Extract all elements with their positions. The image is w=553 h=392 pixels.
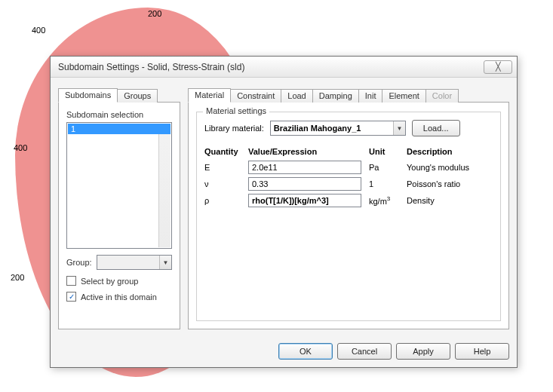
cell-quantity: ρ: [204, 192, 248, 209]
chevron-down-icon: ▼: [393, 121, 405, 135]
library-material-value: Brazilian Mahogany_1: [274, 124, 361, 133]
library-material-label: Library material:: [204, 124, 264, 133]
help-button[interactable]: Help: [455, 343, 509, 360]
tab-groups[interactable]: Groups: [117, 89, 158, 103]
cell-quantity: E: [204, 159, 248, 176]
button-label: OK: [300, 347, 312, 356]
checkbox-box: ✓: [66, 292, 76, 302]
tab-init[interactable]: Init: [358, 89, 383, 103]
button-label: Help: [474, 347, 491, 356]
left-tab-page: Subdomain selection 1 Group: ▼ Select by…: [58, 102, 180, 329]
material-properties-table: Quantity Value/Expression Unit Descripti…: [204, 145, 493, 209]
tab-subdomains[interactable]: Subdomains: [58, 88, 118, 103]
cell-unit: Pa: [369, 159, 407, 176]
group-label: Group:: [66, 258, 92, 267]
tab-element[interactable]: Element: [382, 89, 426, 103]
select-by-group-checkbox[interactable]: Select by group: [66, 276, 172, 286]
list-item[interactable]: 1: [68, 124, 171, 134]
axis-label: 200: [11, 273, 24, 282]
material-settings-group: Material settings Library material: Braz…: [196, 112, 501, 321]
value-input-nu[interactable]: [248, 177, 361, 191]
col-value: Value/Expression: [248, 145, 369, 159]
checkbox-box: [66, 276, 76, 286]
tab-load[interactable]: Load: [281, 89, 312, 103]
button-label: Apply: [413, 347, 434, 356]
subdomain-selection-label: Subdomain selection: [66, 110, 172, 119]
right-tabstrip: Material Constraint Load Damping Init El…: [188, 85, 509, 102]
close-icon: ╳: [496, 62, 501, 72]
cancel-button[interactable]: Cancel: [337, 343, 392, 360]
table-header-row: Quantity Value/Expression Unit Descripti…: [204, 145, 493, 159]
tab-constraint[interactable]: Constraint: [230, 89, 281, 103]
right-tab-page: Material settings Library material: Braz…: [188, 102, 509, 329]
close-button[interactable]: ╳: [484, 60, 512, 74]
axis-label: 400: [14, 143, 27, 152]
tab-material[interactable]: Material: [188, 88, 231, 103]
cell-desc: Density: [407, 192, 493, 209]
tab-color: Color: [426, 89, 459, 103]
cell-desc: Poisson's ratio: [407, 176, 493, 192]
left-panel: Subdomains Groups Subdomain selection 1 …: [58, 85, 180, 329]
table-row: ν 1 Poisson's ratio: [204, 176, 493, 192]
active-in-domain-checkbox[interactable]: ✓ Active in this domain: [66, 292, 172, 302]
value-input-E[interactable]: [248, 161, 361, 174]
col-quantity: Quantity: [204, 145, 248, 159]
axis-label: 400: [32, 26, 45, 35]
left-tabstrip: Subdomains Groups: [58, 85, 180, 102]
load-button[interactable]: Load...: [412, 120, 460, 136]
value-input-rho[interactable]: [248, 194, 361, 207]
table-row: ρ kg/m3 Density: [204, 192, 493, 209]
apply-button[interactable]: Apply: [396, 343, 450, 360]
cell-unit: kg/m3: [369, 192, 407, 209]
col-unit: Unit: [369, 145, 407, 159]
dialog-title: Subdomain Settings - Solid, Stress-Strai…: [58, 62, 244, 72]
table-row: E Pa Young's modulus: [204, 159, 493, 176]
button-label: Cancel: [352, 347, 377, 356]
subdomain-list[interactable]: 1: [66, 122, 172, 249]
cell-quantity: ν: [204, 176, 248, 192]
checkbox-label: Select by group: [81, 277, 138, 286]
titlebar[interactable]: Subdomain Settings - Solid, Stress-Strai…: [51, 57, 517, 78]
right-panel: Material Constraint Load Damping Init El…: [188, 85, 509, 329]
library-material-combo[interactable]: Brazilian Mahogany_1 ▼: [270, 121, 406, 136]
checkbox-label: Active in this domain: [81, 292, 157, 302]
groupbox-label: Material settings: [203, 106, 269, 115]
group-combo[interactable]: ▼: [97, 255, 172, 270]
tab-damping[interactable]: Damping: [312, 89, 359, 103]
subdomain-settings-dialog: Subdomain Settings - Solid, Stress-Strai…: [50, 56, 518, 368]
button-label: Load...: [423, 124, 449, 133]
cell-unit: 1: [369, 176, 407, 192]
axis-label: 200: [148, 9, 161, 18]
ok-button[interactable]: OK: [278, 343, 333, 360]
chevron-down-icon: ▼: [159, 256, 171, 269]
dialog-footer: OK Cancel Apply Help: [51, 337, 517, 367]
col-description: Description: [407, 145, 493, 159]
cell-desc: Young's modulus: [407, 159, 493, 176]
